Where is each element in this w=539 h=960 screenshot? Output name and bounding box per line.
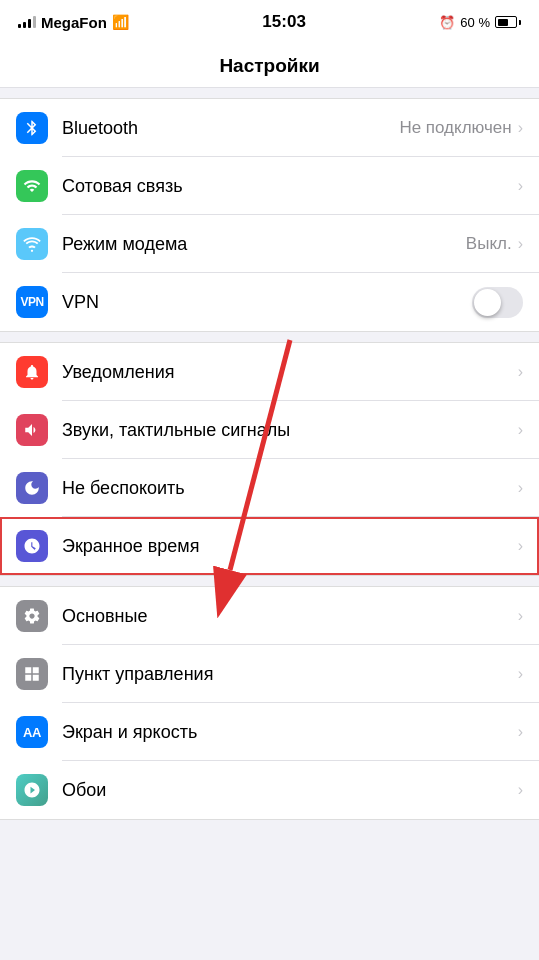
dnd-row[interactable]: Не беспокоить › [0,459,539,517]
cellular-content: Сотовая связь › [62,176,523,197]
hotspot-icon [16,228,48,260]
hotspot-status: Выкл. [466,234,512,254]
status-left: MegaFon 📶 [18,14,129,31]
dnd-right: › [518,479,523,497]
vpn-right [472,287,523,318]
nav-bar: Настройки [0,44,539,88]
display-content: Экран и яркость › [62,722,523,743]
dnd-icon [16,472,48,504]
notifications-chevron: › [518,363,523,381]
display-label: Экран и яркость [62,722,197,743]
sounds-icon [16,414,48,446]
settings-content[interactable]: Bluetooth Не подключен › Сотовая связь › [0,88,539,960]
vpn-label-text: VPN [62,292,99,313]
general-icon [16,600,48,632]
controlcenter-icon [16,658,48,690]
bluetooth-right: Не подключен › [399,118,523,138]
vpn-toggle-knob [474,289,501,316]
wallpaper-right: › [518,781,523,799]
notifications-content: Уведомления › [62,362,523,383]
display-chevron: › [518,723,523,741]
screentime-chevron: › [518,537,523,555]
notifications-right: › [518,363,523,381]
notifications-icon [16,356,48,388]
cellular-row[interactable]: Сотовая связь › [0,157,539,215]
general-row[interactable]: Основные › [0,587,539,645]
screentime-right: › [518,537,523,555]
wifi-icon: 📶 [112,14,129,30]
cellular-chevron: › [518,177,523,195]
sounds-chevron: › [518,421,523,439]
display-row[interactable]: AA Экран и яркость › [0,703,539,761]
display-icon: AA [16,716,48,748]
screentime-icon [16,530,48,562]
vpn-toggle[interactable] [472,287,523,318]
battery-percent: 60 % [460,15,490,30]
wallpaper-label: Обои [62,780,106,801]
notifications-group: Уведомления › Звуки, тактильные сигналы … [0,342,539,576]
carrier-label: MegaFon [41,14,107,31]
bluetooth-icon [16,112,48,144]
hotspot-content: Режим модема Выкл. › [62,234,523,255]
notifications-row[interactable]: Уведомления › [0,343,539,401]
bluetooth-status: Не подключен [399,118,511,138]
signal-bars [18,16,36,28]
bluetooth-content: Bluetooth Не подключен › [62,118,523,139]
alarm-icon: ⏰ [439,15,455,30]
controlcenter-chevron: › [518,665,523,683]
screentime-content: Экранное время › [62,536,523,557]
general-content: Основные › [62,606,523,627]
hotspot-label: Режим модема [62,234,187,255]
battery-indicator [495,16,521,28]
general-label: Основные [62,606,147,627]
general-right: › [518,607,523,625]
vpn-icon: VPN [16,286,48,318]
vpn-content: VPN [62,287,523,318]
status-bar: MegaFon 📶 15:03 ⏰ 60 % [0,0,539,44]
display-right: › [518,723,523,741]
bluetooth-label: Bluetooth [62,118,138,139]
wallpaper-chevron: › [518,781,523,799]
screentime-row[interactable]: Экранное время › [0,517,539,575]
page-title: Настройки [219,55,319,77]
bluetooth-chevron: › [518,119,523,137]
wallpaper-row[interactable]: Обои › [0,761,539,819]
cellular-icon [16,170,48,202]
sounds-content: Звуки, тактильные сигналы › [62,420,523,441]
status-right: ⏰ 60 % [439,15,521,30]
dnd-chevron: › [518,479,523,497]
sounds-right: › [518,421,523,439]
controlcenter-right: › [518,665,523,683]
controlcenter-label: Пункт управления [62,664,213,685]
notifications-label: Уведомления [62,362,175,383]
controlcenter-content: Пункт управления › [62,664,523,685]
cellular-label: Сотовая связь [62,176,183,197]
wallpaper-content: Обои › [62,780,523,801]
connectivity-group: Bluetooth Не подключен › Сотовая связь › [0,98,539,332]
sounds-label: Звуки, тактильные сигналы [62,420,290,441]
time-label: 15:03 [262,12,305,32]
hotspot-chevron: › [518,235,523,253]
bluetooth-row[interactable]: Bluetooth Не подключен › [0,99,539,157]
vpn-row[interactable]: VPN VPN [0,273,539,331]
general-group: Основные › Пункт управления › [0,586,539,820]
cellular-right: › [518,177,523,195]
wallpaper-icon [16,774,48,806]
hotspot-row[interactable]: Режим модема Выкл. › [0,215,539,273]
general-chevron: › [518,607,523,625]
dnd-content: Не беспокоить › [62,478,523,499]
hotspot-right: Выкл. › [466,234,523,254]
screentime-label: Экранное время [62,536,199,557]
controlcenter-row[interactable]: Пункт управления › [0,645,539,703]
dnd-label: Не беспокоить [62,478,185,499]
sounds-row[interactable]: Звуки, тактильные сигналы › [0,401,539,459]
